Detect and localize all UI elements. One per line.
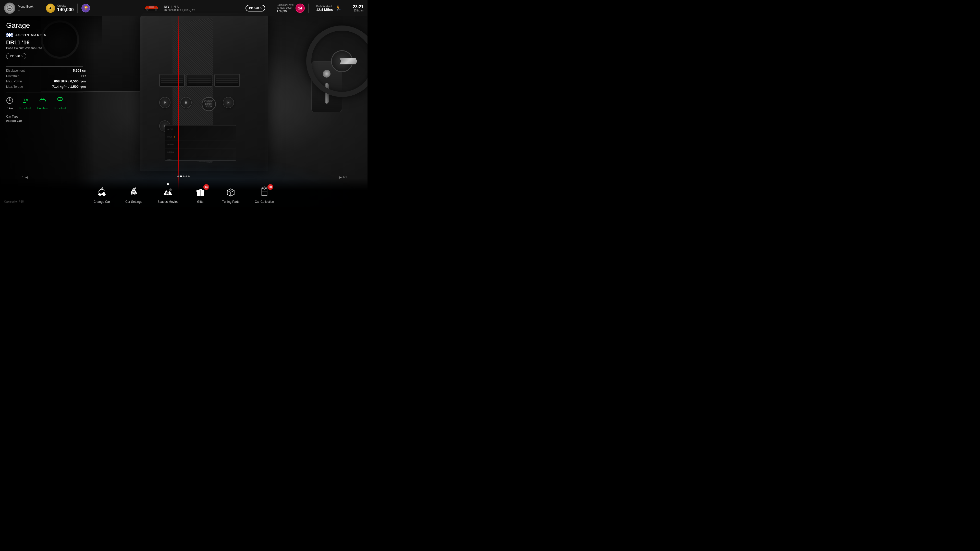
- nav-change-car[interactable]: Change Car: [94, 185, 110, 203]
- displacement-row: Displacement 5,204 cc: [6, 68, 86, 73]
- change-car-icon-wrapper: [95, 185, 108, 198]
- date-display: 27th Jan: [354, 9, 363, 12]
- dot-5: [188, 176, 189, 177]
- infotainment-screen: AUTO MAX RADIO MEDIA NAV: [165, 125, 236, 161]
- svg-rect-15: [40, 100, 45, 102]
- svg-rect-28: [132, 191, 135, 192]
- car-model-name: DB11 '16: [6, 39, 86, 46]
- runner-icon: 🏃: [335, 5, 342, 11]
- car-hud-info: DB11 '16 FR / 608 BHP / 1,770 kg / T: [164, 5, 195, 12]
- svg-point-26: [131, 193, 133, 195]
- car-color-value: Volcano Red: [25, 46, 42, 50]
- collector-level-badge: 14: [296, 3, 305, 13]
- ps5-watermark: Captured on PS5: [4, 200, 24, 203]
- collector-info: Collector Level To Next Level 174 pts: [277, 3, 293, 13]
- nav-tuning-parts[interactable]: Tuning Parts: [222, 185, 240, 203]
- vent-left: [159, 74, 185, 87]
- dot-3: [183, 176, 185, 177]
- menu-book-sub: --: [18, 8, 33, 11]
- svg-point-29: [134, 188, 135, 189]
- trophy-icon: 🏆: [81, 3, 90, 13]
- torque-value: 71.4 kgfm / 1,500 rpm: [52, 85, 86, 89]
- tuning-parts-icon-wrapper: [224, 185, 237, 198]
- car-settings-icon-wrapper: [127, 185, 140, 198]
- scapes-movies-icon: [162, 186, 173, 197]
- power-row: Max. Power 608 BHP / 6,500 rpm: [6, 79, 86, 83]
- menu-book-label: Menu Book: [18, 5, 33, 8]
- menu-book-section: Menu Book --: [18, 5, 33, 11]
- svg-text:GT: GT: [8, 7, 11, 10]
- change-car-label: Change Car: [94, 200, 110, 203]
- svg-line-39: [229, 190, 233, 192]
- car-thumbnail: [143, 3, 161, 13]
- tuning-parts-label: Tuning Parts: [222, 200, 240, 203]
- condition-tyre: Excellent: [54, 97, 66, 110]
- torque-row: Max. Torque 71.4 kgfm / 1,500 rpm: [6, 85, 86, 89]
- scapes-movies-label: Scapes Movies: [158, 200, 178, 203]
- daily-workout-section: Daily Workout 12.4 Miles: [316, 5, 333, 12]
- credits-coin-icon: ●: [46, 3, 55, 13]
- car-settings-label: Car Settings: [125, 200, 142, 203]
- car-hud-specs: FR / 608 BHP / 1,770 kg / T: [164, 9, 195, 12]
- credits-section: ● Credits 140,000: [46, 3, 74, 13]
- collector-label: Collector Level: [277, 3, 293, 6]
- engine-icon: [39, 97, 46, 106]
- nav-car-settings[interactable]: Car Settings: [125, 185, 142, 203]
- nav-scapes-movies[interactable]: Scapes Movies: [158, 185, 178, 203]
- btn-n: N: [223, 97, 234, 108]
- nav-gifts[interactable]: 14 Gifts: [194, 185, 207, 203]
- change-car-icon: [96, 186, 107, 197]
- dot-2: [180, 176, 182, 177]
- nav-items-container: Change Car Car Settings: [0, 185, 368, 203]
- car-color-label: Base Colour:: [6, 46, 24, 50]
- divider-2: [77, 3, 78, 13]
- specs-table: Displacement 5,204 cc Drivetrain FR Max.…: [6, 68, 86, 89]
- tyre-icon: [57, 97, 64, 106]
- svg-point-24: [103, 194, 105, 196]
- garage-title: Garage: [6, 21, 86, 30]
- dot-4: [186, 176, 187, 177]
- car-collection-label: Car Collection: [255, 200, 274, 203]
- gt-logo: GT: [4, 3, 15, 14]
- car-hud-section: DB11 '16 FR / 608 BHP / 1,770 kg / T: [92, 3, 245, 13]
- drivetrain-value: FR: [81, 74, 86, 78]
- nav-car-collection[interactable]: 30 Car Collection: [255, 185, 274, 203]
- vent-right: [215, 74, 240, 87]
- condition-odometer: 0 km: [6, 97, 13, 110]
- scapes-movies-icon-wrapper: [161, 185, 175, 198]
- air-vents: [154, 70, 245, 91]
- time-display: 23:21: [353, 5, 363, 9]
- time-section: 23:21 27th Jan: [353, 5, 363, 12]
- vent-center: [187, 74, 212, 87]
- divider-3: [269, 3, 269, 13]
- daily-label: Daily Workout: [316, 5, 333, 8]
- gifts-icon-wrapper: 14: [194, 185, 207, 198]
- svg-line-36: [228, 191, 231, 192]
- left-info-panel: Garage ASTON MARTIN DB11 '16 Base Colour…: [0, 16, 92, 128]
- credits-label: Credits: [57, 4, 74, 7]
- svg-point-6: [155, 8, 157, 11]
- car-type-tag: #Road Car: [6, 119, 86, 123]
- svg-point-31: [168, 194, 169, 195]
- engine-status: Excellent: [37, 106, 48, 110]
- aston-martin-wheel-logo: [339, 58, 357, 65]
- condition-row: 0 km Excellent: [6, 97, 86, 110]
- divider-5: [345, 3, 345, 13]
- pp-badge-hud: PP 578.5: [245, 5, 265, 11]
- odometer-icon: [6, 97, 13, 106]
- country-flag-row: ASTON MARTIN: [6, 33, 47, 37]
- power-label: Max. Power: [6, 79, 32, 83]
- gifts-badge: 14: [204, 184, 209, 190]
- car-color-info: Base Colour: Volcano Red: [6, 46, 86, 50]
- svg-point-27: [135, 193, 136, 195]
- scapes-active-dot: [167, 183, 169, 185]
- btn-r: R: [180, 97, 192, 108]
- dot-1: [177, 176, 179, 177]
- svg-text:🏆: 🏆: [83, 6, 88, 11]
- credits-value: 140,000: [57, 7, 74, 13]
- credits-info: Credits 140,000: [57, 4, 74, 13]
- spec-divider-top: [6, 66, 83, 67]
- displacement-value: 5,204 cc: [73, 68, 86, 73]
- divider-4: [308, 3, 309, 13]
- tyre-status: Excellent: [54, 106, 66, 110]
